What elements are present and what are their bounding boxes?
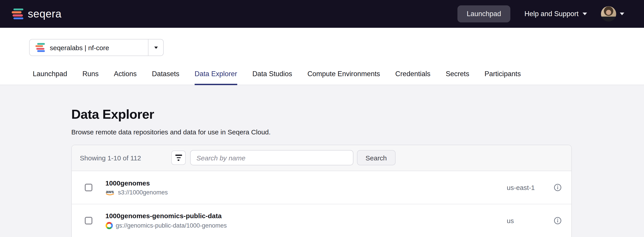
- table-row[interactable]: 1000genomes aws s3://1000genomes us-east…: [72, 171, 571, 204]
- avatar: [601, 6, 616, 21]
- aws-icon: aws: [106, 189, 115, 196]
- app-viewport: seqera Launchpad Help and Support seqera…: [0, 0, 644, 237]
- results-count: Showing 1-10 of 112: [80, 154, 171, 162]
- region-label: us: [507, 217, 554, 225]
- seqera-logo[interactable]: seqera: [12, 8, 62, 19]
- filter-icon: [175, 155, 182, 156]
- tab-actions[interactable]: Actions: [114, 70, 137, 85]
- bucket-name: 1000genomes-genomics-public-data: [106, 212, 507, 220]
- gcp-icon: [106, 222, 113, 230]
- help-and-support-label: Help and Support: [524, 10, 578, 18]
- workspace-org-icon: [36, 43, 45, 52]
- tab-launchpad[interactable]: Launchpad: [33, 70, 67, 85]
- bucket-info: 1000genomes aws s3://1000genomes: [106, 179, 507, 196]
- bucket-uri: gs://genomics-public-data/1000-genomes: [116, 222, 227, 229]
- region-label: us-east-1: [507, 184, 554, 191]
- launchpad-button[interactable]: Launchpad: [457, 5, 510, 22]
- table-toolbar: Showing 1-10 of 112 Search: [72, 145, 571, 171]
- workspace-band: seqeralabs | nf-core Launchpad Runs Acti…: [0, 28, 644, 85]
- table-row[interactable]: 1000genomes-genomics-public-data gs:: [72, 204, 571, 237]
- tab-participants[interactable]: Participants: [484, 70, 521, 85]
- page-subtitle: Browse remote data repositories and data…: [71, 128, 572, 136]
- bucket-uri: s3://1000genomes: [118, 189, 168, 196]
- info-icon[interactable]: [554, 217, 562, 225]
- tab-credentials[interactable]: Credentials: [395, 70, 430, 85]
- workspace-dropdown-toggle[interactable]: [148, 39, 163, 55]
- bucket-info: 1000genomes-genomics-public-data gs:: [106, 212, 507, 230]
- tab-data-explorer[interactable]: Data Explorer: [195, 70, 237, 85]
- svg-text:aws: aws: [106, 189, 114, 194]
- workspace-selector-main[interactable]: seqeralabs | nf-core: [30, 39, 148, 55]
- main-content: Data Explorer Browse remote data reposit…: [0, 85, 644, 237]
- info-icon[interactable]: [554, 184, 562, 191]
- brand-wordmark: seqera: [28, 8, 62, 19]
- bucket-path-line: gs://genomics-public-data/1000-genomes: [106, 222, 507, 230]
- workspace-name: seqeralabs | nf-core: [50, 44, 109, 51]
- tab-datasets[interactable]: Datasets: [152, 70, 180, 85]
- help-and-support-menu[interactable]: Help and Support: [524, 10, 587, 18]
- navbar-right: Launchpad Help and Support: [457, 5, 624, 22]
- top-navbar: seqera Launchpad Help and Support: [0, 0, 644, 28]
- data-explorer-table: Showing 1-10 of 112 Search 1000genomes a…: [71, 145, 572, 237]
- tab-secrets[interactable]: Secrets: [446, 70, 469, 85]
- tab-runs[interactable]: Runs: [82, 70, 98, 85]
- row-checkbox[interactable]: [85, 184, 92, 191]
- workspace-tabs: Launchpad Runs Actions Datasets Data Exp…: [33, 70, 521, 85]
- search-button[interactable]: Search: [357, 150, 395, 166]
- seqera-s-icon: [12, 8, 23, 19]
- workspace-selector[interactable]: seqeralabs | nf-core: [29, 39, 164, 56]
- tab-data-studios[interactable]: Data Studios: [252, 70, 292, 85]
- row-checkbox[interactable]: [85, 217, 92, 225]
- bucket-path-line: aws s3://1000genomes: [106, 189, 507, 196]
- user-menu[interactable]: [601, 6, 624, 21]
- tab-compute-environments[interactable]: Compute Environments: [308, 70, 380, 85]
- filter-button[interactable]: [171, 151, 186, 165]
- chevron-down-icon: [582, 12, 587, 15]
- search-input[interactable]: [190, 150, 354, 166]
- chevron-down-icon: [620, 12, 624, 15]
- bucket-name: 1000genomes: [106, 179, 507, 187]
- page-title: Data Explorer: [71, 107, 572, 122]
- chevron-down-icon: [154, 46, 158, 49]
